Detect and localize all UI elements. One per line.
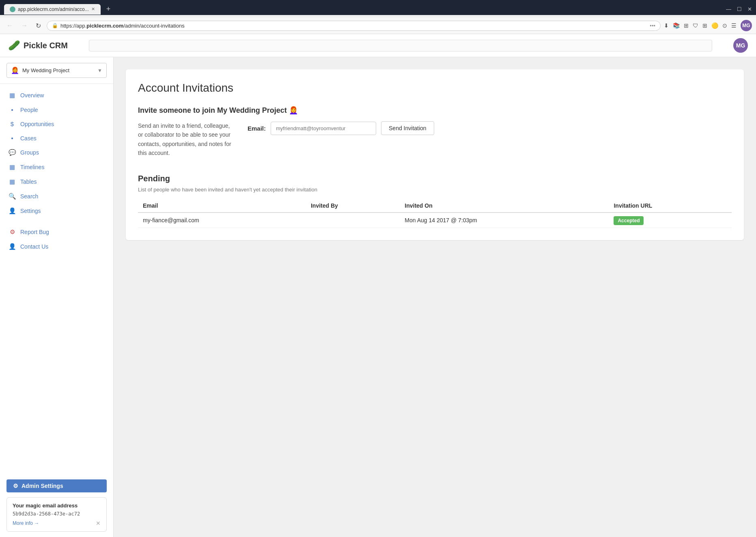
invite-description: Send an invite to a friend, colleague, o… xyxy=(138,121,231,158)
reload-button[interactable]: ↻ xyxy=(33,21,43,30)
browser-titlebar: app.picklecrm.com/admin/acco... ✕ + — ☐ … xyxy=(4,3,752,15)
window-controls: — ☐ ✕ xyxy=(726,6,752,12)
overview-icon: ▦ xyxy=(8,92,16,99)
report-bug-label: Report Bug xyxy=(20,229,49,235)
email-label: Email: xyxy=(248,125,266,132)
reader-view-icon[interactable]: ⊞ xyxy=(684,22,689,29)
send-invitation-button[interactable]: Send Invitation xyxy=(381,121,434,135)
sync-icon[interactable]: ⊙ xyxy=(722,22,727,29)
invite-input-group: Email: Send Invitation xyxy=(248,121,732,135)
app-body: 👩‍🦰 My Wedding Project ▼ ▦ Overview ▪ Pe… xyxy=(0,57,756,537)
address-bar-menu[interactable]: ••• xyxy=(650,23,655,29)
col-invited-on: Invited On xyxy=(400,199,609,213)
cell-invited-by xyxy=(306,213,400,228)
col-invited-by: Invited By xyxy=(306,199,400,213)
notification-icon[interactable]: 🟡 xyxy=(711,22,718,29)
sidebar-footer: ⚙ Admin Settings Your magic email addres… xyxy=(0,475,113,537)
shield-icon[interactable]: 🛡 xyxy=(693,22,698,29)
active-tab[interactable]: app.picklecrm.com/admin/acco... ✕ xyxy=(4,4,101,15)
app-name: Pickle CRM xyxy=(24,41,68,50)
table-body: my-fiance@gmail.com Mon Aug 14 2017 @ 7:… xyxy=(138,213,732,228)
tab-favicon xyxy=(10,6,15,12)
more-info-link[interactable]: More info → xyxy=(13,520,39,526)
bookmarks-icon[interactable]: 📚 xyxy=(673,22,680,29)
url-display: https://app.picklecrm.com/admin/account-… xyxy=(60,23,647,29)
contact-us-icon: 👤 xyxy=(8,243,16,250)
project-dropdown[interactable]: 👩‍🦰 My Wedding Project ▼ xyxy=(6,63,107,78)
url-path: /admin/account-invitations xyxy=(123,23,184,29)
browser-toolbar: ← → ↻ 🔒 https://app.picklecrm.com/admin/… xyxy=(0,17,756,34)
sidebar-item-label: Opportunities xyxy=(20,121,54,127)
magic-email-box: Your magic email address 5b9d2d3a-2568-4… xyxy=(6,497,107,532)
sidebar-item-report-bug[interactable]: ⚙ Report Bug xyxy=(0,225,113,239)
dropdown-arrow-icon: ▼ xyxy=(97,68,102,73)
security-lock-icon: 🔒 xyxy=(52,23,58,28)
report-bug-icon: ⚙ xyxy=(8,228,16,236)
minimize-button[interactable]: — xyxy=(726,6,731,12)
user-avatar[interactable]: MG xyxy=(741,20,752,31)
browser-chrome: app.picklecrm.com/admin/acco... ✕ + — ☐ … xyxy=(0,0,756,15)
admin-settings-button[interactable]: ⚙ Admin Settings xyxy=(6,479,107,492)
tab-close-button[interactable]: ✕ xyxy=(91,6,95,12)
content-card: Account Invitations Invite someone to jo… xyxy=(126,69,744,240)
app-header-right: MG xyxy=(733,38,748,53)
table-header: Email Invited By Invited On Invitation U… xyxy=(138,199,732,213)
email-field[interactable] xyxy=(271,122,376,135)
col-email: Email xyxy=(138,199,306,213)
pending-title: Pending xyxy=(138,174,732,183)
table-row: my-fiance@gmail.com Mon Aug 14 2017 @ 7:… xyxy=(138,213,732,228)
url-prefix: https://app. xyxy=(60,23,86,29)
magic-email-title: Your magic email address xyxy=(13,503,101,509)
sidebar-item-tables[interactable]: ▦ Tables xyxy=(0,174,113,189)
global-search-input[interactable] xyxy=(89,40,712,52)
url-domain: picklecrm.com xyxy=(86,23,123,29)
header-user-avatar[interactable]: MG xyxy=(733,38,748,53)
sidebar-item-label: Settings xyxy=(20,208,41,214)
app-header: 🥒 Pickle CRM MG xyxy=(0,34,756,57)
invite-form: Send an invite to a friend, colleague, o… xyxy=(138,121,732,158)
forward-button[interactable]: → xyxy=(19,21,30,30)
invite-section: Invite someone to join My Wedding Projec… xyxy=(138,106,732,158)
sidebar-item-people[interactable]: ▪ People xyxy=(0,103,113,117)
project-selector: 👩‍🦰 My Wedding Project ▼ xyxy=(0,57,113,84)
sidebar-navigation: ▦ Overview ▪ People $ Opportunities ▪ Ca… xyxy=(0,84,113,475)
sidebar-item-timelines[interactable]: ▦ Timelines xyxy=(0,160,113,174)
tab-title: app.picklecrm.com/admin/acco... xyxy=(18,6,89,12)
project-emoji: 👩‍🦰 xyxy=(11,67,19,74)
new-tab-button[interactable]: + xyxy=(103,3,114,15)
sidebar-item-label: Tables xyxy=(20,178,37,185)
download-icon[interactable]: ⬇ xyxy=(664,22,669,29)
pending-description: List of people who have been invited and… xyxy=(138,187,732,193)
app-logo: 🥒 Pickle CRM xyxy=(8,40,68,51)
cases-icon: ▪ xyxy=(8,135,16,142)
cell-invited-on: Mon Aug 14 2017 @ 7:03pm xyxy=(400,213,609,228)
sidebar-item-search[interactable]: 🔍 Search xyxy=(0,189,113,204)
search-icon: 🔍 xyxy=(8,193,16,200)
sidebar-item-overview[interactable]: ▦ Overview xyxy=(0,88,113,103)
page-title: Account Invitations xyxy=(138,82,732,95)
close-button[interactable]: ✕ xyxy=(747,6,752,12)
timelines-icon: ▦ xyxy=(8,163,16,171)
settings-icon: 👤 xyxy=(8,207,16,215)
pending-section: Pending List of people who have been inv… xyxy=(138,174,732,228)
address-bar[interactable]: 🔒 https://app.picklecrm.com/admin/accoun… xyxy=(47,21,661,31)
extensions-icon[interactable]: ⊞ xyxy=(702,22,707,29)
contact-us-label: Contact Us xyxy=(20,243,48,250)
sidebar-item-settings[interactable]: 👤 Settings xyxy=(0,204,113,218)
tables-icon: ▦ xyxy=(8,178,16,185)
sidebar-item-cases[interactable]: ▪ Cases xyxy=(0,131,113,145)
back-button[interactable]: ← xyxy=(4,21,15,30)
sidebar-item-groups[interactable]: 💬 Groups xyxy=(0,145,113,160)
sidebar-item-opportunities[interactable]: $ Opportunities xyxy=(0,117,113,131)
toolbar-icons: ⬇ 📚 ⊞ 🛡 ⊞ 🟡 ⊙ ☰ MG xyxy=(664,20,752,31)
magic-email-close-button[interactable]: ✕ xyxy=(96,520,101,526)
sidebar-item-contact-us[interactable]: 👤 Contact Us xyxy=(0,239,113,254)
opportunities-icon: $ xyxy=(8,120,16,127)
menu-icon[interactable]: ☰ xyxy=(731,22,737,29)
restore-button[interactable]: ☐ xyxy=(737,6,742,12)
cell-email: my-fiance@gmail.com xyxy=(138,213,306,228)
sidebar: 👩‍🦰 My Wedding Project ▼ ▦ Overview ▪ Pe… xyxy=(0,57,114,537)
people-icon: ▪ xyxy=(8,106,16,113)
sidebar-item-label: Overview xyxy=(20,92,44,99)
cell-status: Accepted xyxy=(609,213,732,228)
